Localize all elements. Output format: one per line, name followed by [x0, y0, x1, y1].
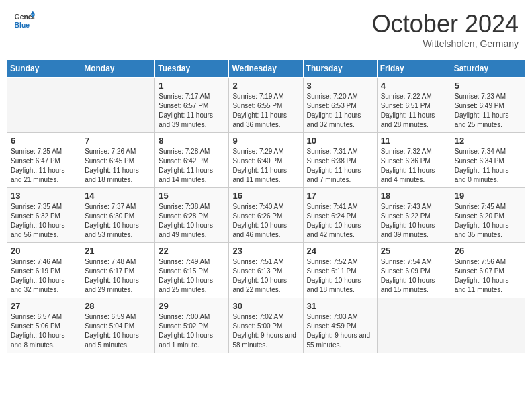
- day-info: Sunrise: 7:56 AM Sunset: 6:07 PM Dayligh…: [455, 257, 521, 295]
- day-number: 2: [232, 81, 299, 91]
- calendar-cell: 2Sunrise: 7:19 AM Sunset: 6:55 PM Daylig…: [229, 78, 303, 133]
- day-of-week-header: Tuesday: [155, 60, 229, 78]
- day-number: 31: [307, 301, 373, 311]
- day-number: 28: [85, 301, 151, 311]
- day-info: Sunrise: 7:17 AM Sunset: 6:57 PM Dayligh…: [159, 92, 225, 130]
- calendar-cell: 10Sunrise: 7:31 AM Sunset: 6:38 PM Dayli…: [303, 133, 377, 188]
- calendar-cell: 22Sunrise: 7:49 AM Sunset: 6:15 PM Dayli…: [155, 243, 229, 298]
- day-of-week-header: Sunday: [7, 60, 81, 78]
- calendar-cell: 6Sunrise: 7:25 AM Sunset: 6:47 PM Daylig…: [7, 133, 81, 188]
- day-info: Sunrise: 7:41 AM Sunset: 6:24 PM Dayligh…: [307, 202, 373, 240]
- day-of-week-header: Saturday: [451, 60, 525, 78]
- calendar-cell: 13Sunrise: 7:35 AM Sunset: 6:32 PM Dayli…: [7, 188, 81, 243]
- calendar-cell: 26Sunrise: 7:56 AM Sunset: 6:07 PM Dayli…: [451, 243, 525, 298]
- day-number: 11: [381, 136, 447, 146]
- day-info: Sunrise: 7:46 AM Sunset: 6:19 PM Dayligh…: [11, 257, 77, 295]
- day-number: 22: [159, 246, 225, 256]
- day-info: Sunrise: 7:23 AM Sunset: 6:49 PM Dayligh…: [455, 92, 521, 130]
- day-info: Sunrise: 7:40 AM Sunset: 6:26 PM Dayligh…: [232, 202, 299, 240]
- day-number: 6: [11, 136, 77, 146]
- day-info: Sunrise: 7:29 AM Sunset: 6:40 PM Dayligh…: [232, 147, 299, 185]
- day-number: 27: [11, 301, 77, 311]
- day-number: 10: [307, 136, 373, 146]
- day-of-week-header: Thursday: [303, 60, 377, 78]
- logo-icon: General Blue: [13, 10, 35, 32]
- day-info: Sunrise: 7:37 AM Sunset: 6:30 PM Dayligh…: [85, 202, 151, 240]
- day-info: Sunrise: 7:38 AM Sunset: 6:28 PM Dayligh…: [159, 202, 225, 240]
- calendar-cell: 25Sunrise: 7:54 AM Sunset: 6:09 PM Dayli…: [377, 243, 451, 298]
- day-info: Sunrise: 7:32 AM Sunset: 6:36 PM Dayligh…: [381, 147, 447, 185]
- day-number: 18: [381, 191, 447, 201]
- day-number: 23: [232, 246, 299, 256]
- day-of-week-header: Friday: [377, 60, 451, 78]
- day-number: 16: [232, 191, 299, 201]
- day-number: 26: [455, 246, 521, 256]
- svg-marker-2: [31, 11, 35, 15]
- calendar-cell: 1Sunrise: 7:17 AM Sunset: 6:57 PM Daylig…: [155, 78, 229, 133]
- calendar-cell: 12Sunrise: 7:34 AM Sunset: 6:34 PM Dayli…: [451, 133, 525, 188]
- calendar-cell: 21Sunrise: 7:48 AM Sunset: 6:17 PM Dayli…: [81, 243, 155, 298]
- day-number: 17: [307, 191, 373, 201]
- day-number: 24: [307, 246, 373, 256]
- day-number: 30: [232, 301, 299, 311]
- calendar-cell: 18Sunrise: 7:43 AM Sunset: 6:22 PM Dayli…: [377, 188, 451, 243]
- calendar-cell: 11Sunrise: 7:32 AM Sunset: 6:36 PM Dayli…: [377, 133, 451, 188]
- calendar-cell: 19Sunrise: 7:45 AM Sunset: 6:20 PM Dayli…: [451, 188, 525, 243]
- day-number: 7: [85, 136, 151, 146]
- calendar-cell: 9Sunrise: 7:29 AM Sunset: 6:40 PM Daylig…: [229, 133, 303, 188]
- calendar-cell: 27Sunrise: 6:57 AM Sunset: 5:06 PM Dayli…: [7, 298, 81, 353]
- calendar-cell: 20Sunrise: 7:46 AM Sunset: 6:19 PM Dayli…: [7, 243, 81, 298]
- day-info: Sunrise: 7:52 AM Sunset: 6:11 PM Dayligh…: [307, 257, 373, 295]
- title-block: October 2024 Wittelshofen, Germany: [372, 10, 519, 49]
- day-of-week-header: Wednesday: [229, 60, 303, 78]
- day-info: Sunrise: 7:45 AM Sunset: 6:20 PM Dayligh…: [455, 202, 521, 240]
- day-number: 8: [159, 136, 225, 146]
- calendar-cell: 8Sunrise: 7:28 AM Sunset: 6:42 PM Daylig…: [155, 133, 229, 188]
- day-info: Sunrise: 7:20 AM Sunset: 6:53 PM Dayligh…: [307, 92, 373, 130]
- day-info: Sunrise: 6:59 AM Sunset: 5:04 PM Dayligh…: [85, 312, 151, 350]
- day-number: 4: [381, 81, 447, 91]
- day-number: 5: [455, 81, 521, 91]
- calendar-cell: 17Sunrise: 7:41 AM Sunset: 6:24 PM Dayli…: [303, 188, 377, 243]
- day-number: 19: [455, 191, 521, 201]
- day-info: Sunrise: 7:02 AM Sunset: 5:00 PM Dayligh…: [232, 312, 299, 350]
- calendar-cell: [7, 78, 81, 133]
- day-info: Sunrise: 7:35 AM Sunset: 6:32 PM Dayligh…: [11, 202, 77, 240]
- day-info: Sunrise: 7:43 AM Sunset: 6:22 PM Dayligh…: [381, 202, 447, 240]
- day-info: Sunrise: 7:34 AM Sunset: 6:34 PM Dayligh…: [455, 147, 521, 185]
- day-info: Sunrise: 7:31 AM Sunset: 6:38 PM Dayligh…: [307, 147, 373, 185]
- calendar-cell: 28Sunrise: 6:59 AM Sunset: 5:04 PM Dayli…: [81, 298, 155, 353]
- calendar-cell: 14Sunrise: 7:37 AM Sunset: 6:30 PM Dayli…: [81, 188, 155, 243]
- day-info: Sunrise: 7:03 AM Sunset: 4:59 PM Dayligh…: [307, 312, 373, 350]
- day-number: 9: [232, 136, 299, 146]
- calendar-cell: 24Sunrise: 7:52 AM Sunset: 6:11 PM Dayli…: [303, 243, 377, 298]
- calendar-table: SundayMondayTuesdayWednesdayThursdayFrid…: [7, 59, 525, 353]
- day-number: 14: [85, 191, 151, 201]
- day-number: 29: [159, 301, 225, 311]
- day-info: Sunrise: 7:51 AM Sunset: 6:13 PM Dayligh…: [232, 257, 299, 295]
- logo: General Blue: [13, 10, 35, 32]
- calendar-cell: 15Sunrise: 7:38 AM Sunset: 6:28 PM Dayli…: [155, 188, 229, 243]
- calendar-cell: 29Sunrise: 7:00 AM Sunset: 5:02 PM Dayli…: [155, 298, 229, 353]
- day-info: Sunrise: 7:28 AM Sunset: 6:42 PM Dayligh…: [159, 147, 225, 185]
- calendar-cell: [451, 298, 525, 353]
- day-info: Sunrise: 7:48 AM Sunset: 6:17 PM Dayligh…: [85, 257, 151, 295]
- calendar-cell: 23Sunrise: 7:51 AM Sunset: 6:13 PM Dayli…: [229, 243, 303, 298]
- day-number: 12: [455, 136, 521, 146]
- day-info: Sunrise: 7:25 AM Sunset: 6:47 PM Dayligh…: [11, 147, 77, 185]
- calendar-cell: [81, 78, 155, 133]
- calendar-cell: 7Sunrise: 7:26 AM Sunset: 6:45 PM Daylig…: [81, 133, 155, 188]
- day-info: Sunrise: 7:22 AM Sunset: 6:51 PM Dayligh…: [381, 92, 447, 130]
- location: Wittelshofen, Germany: [372, 38, 519, 49]
- day-number: 15: [159, 191, 225, 201]
- calendar-cell: 3Sunrise: 7:20 AM Sunset: 6:53 PM Daylig…: [303, 78, 377, 133]
- day-number: 3: [307, 81, 373, 91]
- day-info: Sunrise: 6:57 AM Sunset: 5:06 PM Dayligh…: [11, 312, 77, 350]
- day-number: 25: [381, 246, 447, 256]
- calendar-cell: 31Sunrise: 7:03 AM Sunset: 4:59 PM Dayli…: [303, 298, 377, 353]
- day-info: Sunrise: 7:49 AM Sunset: 6:15 PM Dayligh…: [159, 257, 225, 295]
- calendar-cell: 16Sunrise: 7:40 AM Sunset: 6:26 PM Dayli…: [229, 188, 303, 243]
- day-number: 13: [11, 191, 77, 201]
- day-info: Sunrise: 7:26 AM Sunset: 6:45 PM Dayligh…: [85, 147, 151, 185]
- day-number: 1: [159, 81, 225, 91]
